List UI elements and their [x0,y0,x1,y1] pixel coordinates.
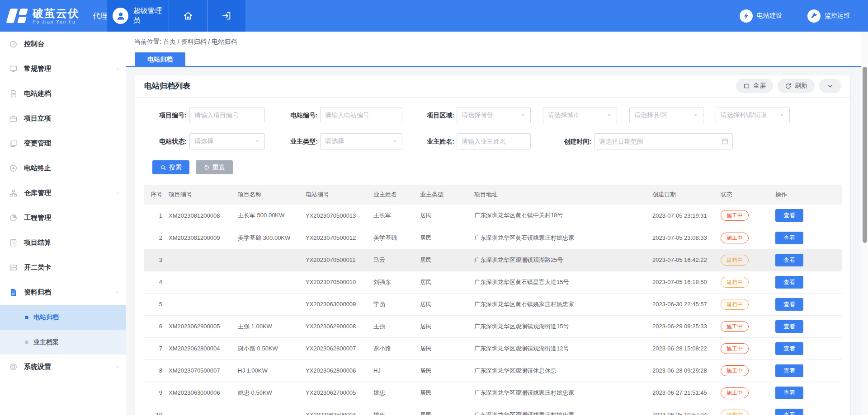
filter-row-2: 电站状态: 请选择 业主类型: 请选择 业主姓名: 创建时间: [144,133,842,149]
status-cell: 建档中 [721,249,775,271]
table-cell: 王长军 500.00KW [238,205,306,227]
owner-name-input[interactable] [457,133,531,149]
sidebar-item-project-initiation[interactable]: 项目立项 [0,106,126,131]
pie-icon [9,213,19,223]
station-status-select[interactable]: 请选择 [189,133,265,149]
user-menu[interactable]: 超级管理员 [107,0,169,32]
table-cell: 居民 [420,205,474,227]
table-cell: XM2023062800004 [169,337,238,359]
sidebar-subitem-station-archive[interactable]: 电站归档 [0,305,126,330]
toplink-monitoring-ops[interactable]: 监控运维 [807,9,850,23]
sidebar-item-general-management[interactable]: 常规管理 [0,56,126,81]
main-content: 当前位置: 首页 / 资料归档 / 电站归档 电站归档 电站归档列表 全屏 刷新 [126,32,868,415]
status-cell: 施工中 [721,337,775,359]
toplink-station-construction[interactable]: 电站建设 [740,9,782,23]
app-subtitle: Po Jian Yun Fu [33,19,80,24]
table-cell: 广东深圳龙华区观澜镇休息休息 [474,359,652,382]
sidebar-item-station-filing[interactable]: 电站建档 [0,81,126,106]
divider [87,10,87,21]
action-cell: 查看 [775,382,842,404]
table-cell: YX2023070500012 [306,227,373,249]
sidebar-item-system-settings[interactable]: 系统设置 [0,354,126,379]
sidebar-item-station-termination[interactable]: 电站终止 [0,156,126,181]
view-button[interactable]: 查看 [775,209,803,222]
sidebar-item-engineering-management[interactable]: 工程管理 [0,205,126,230]
view-button[interactable]: 查看 [775,254,803,266]
user-name: 超级管理员 [133,6,169,25]
sidebar-item-data-archive[interactable]: 资料归档 [0,280,126,305]
region-label: 项目区域: [402,107,454,123]
town-select[interactable]: 请选择村镇/街道 [716,107,790,123]
owner-type-value: 请选择 [325,137,392,145]
status-cell: 施工中 [721,382,775,404]
reset-button[interactable]: 重置 [196,160,233,174]
view-button[interactable]: 查看 [775,364,803,377]
view-button[interactable]: 查看 [775,409,803,415]
sidebar-item-dashboard[interactable]: 控制台 [0,32,126,56]
caret-down-icon [693,112,698,118]
owner-type-label: 业主类型: [266,133,318,149]
status-cell: 施工中 [721,227,775,249]
view-button[interactable]: 查看 [775,276,803,289]
col-created: 创建日期 [652,185,721,205]
app-logo: 破茧云伏 Po Jian Yun Fu 代理端 [7,0,116,32]
view-button[interactable]: 查看 [775,232,803,244]
view-button[interactable]: 查看 [775,320,803,333]
table-cell: XM2023070500007 [169,359,238,382]
table-cell: 5 [144,293,169,315]
briefcase-icon [9,114,19,124]
caret-down-icon [779,112,785,118]
table-row: 3YX2023070500011马云居民广东深圳龙华区观澜镇观湖路25号2023… [144,249,842,271]
sidebar-item-label: 工程管理 [24,214,51,222]
home-button[interactable] [169,0,207,32]
reset-icon [203,164,210,171]
sidebar-item-card-opening[interactable]: 开二类卡 [0,255,126,280]
caret-down-icon [520,112,526,118]
status-cell: 建档中 [721,293,775,315]
refresh-button[interactable]: 刷新 [778,79,815,93]
search-label: 搜索 [169,163,182,172]
sidebar-item-change-management[interactable]: 变更管理 [0,131,126,156]
city-select[interactable]: 请选择城市 [543,107,617,123]
table-cell: 广东深圳龙华区观澜镇观湖街道12号 [474,337,652,359]
owner-type-select[interactable]: 请选择 [320,133,402,149]
collapse-button[interactable] [819,79,841,93]
station-no-input[interactable] [320,107,402,123]
project-no-input[interactable] [189,107,265,123]
table-cell: 王强 [373,315,420,337]
table-row: 8XM2023070500007HJ 1.00KWYX2023062800006… [144,359,842,382]
sidebar-subitem-label: 业主档案 [33,338,59,346]
status-badge: 施工中 [721,365,749,376]
sidebar-item-warehouse-management[interactable]: 仓库管理 [0,181,126,205]
caret-down-icon [392,139,397,144]
table-cell: 广东深圳龙华区黄石镇中关村18号 [474,205,652,227]
logout-button[interactable] [207,0,245,32]
view-button[interactable]: 查看 [775,298,803,311]
table-row: 1XM2023081200008王长军 500.00KWYX2023070500… [144,205,842,227]
fullscreen-button[interactable]: 全屏 [736,79,773,93]
sidebar-item-project-settlement[interactable]: 项目结算 [0,230,126,255]
table-cell: 2023-07-05 23:19:31 [652,205,721,227]
sidebar-item-label: 常规管理 [24,65,51,73]
tab-station-archive[interactable]: 电站归档 [135,52,185,66]
bullet-icon [25,316,28,319]
table-cell [238,249,306,271]
search-button[interactable]: 搜索 [152,160,189,174]
target-icon [9,163,19,173]
view-button[interactable]: 查看 [775,387,803,399]
scrollbar-thumb[interactable] [863,67,867,243]
table-cell: 姚忠 0.50KW [238,382,306,404]
district-select[interactable]: 请选择县/区 [629,107,703,123]
province-select[interactable]: 请选择省份 [457,107,531,123]
create-time-input[interactable] [594,133,733,149]
table-cell: 居民 [420,227,474,249]
chevron-down-icon [114,66,120,72]
action-cell: 查看 [775,271,842,293]
scrollbar[interactable] [861,32,868,415]
status-cell: 施工中 [721,205,775,227]
caret-down-icon [255,139,260,144]
table-cell [169,249,238,271]
sidebar-subitem-owner-archive[interactable]: 业主档案 [0,330,126,354]
table-cell: 美学基础 [373,227,420,249]
view-button[interactable]: 查看 [775,342,803,355]
